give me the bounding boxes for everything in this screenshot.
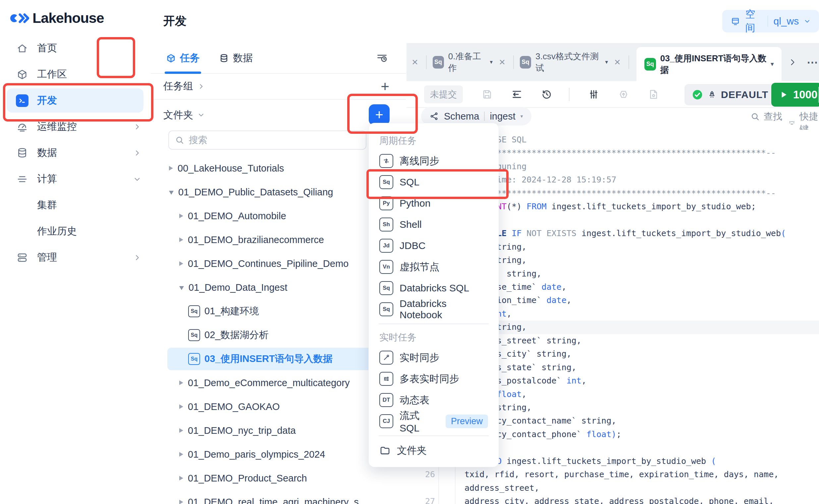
- run-button[interactable]: 1000: [771, 83, 819, 107]
- caret-down-icon[interactable]: ▾: [605, 59, 608, 66]
- caret-right-icon[interactable]: [169, 166, 173, 171]
- tree-item[interactable]: 01_DEMO_real_time_agri_machinery_s: [151, 490, 406, 504]
- sidebar-item-job-history[interactable]: 作业历史: [0, 218, 151, 244]
- tree-search-input[interactable]: 搜索: [168, 130, 366, 150]
- tab-data[interactable]: 数据: [219, 43, 253, 73]
- menu-item-python[interactable]: Py Python: [369, 193, 499, 214]
- menu-item-virtual-node[interactable]: Vn 虚拟节点: [369, 256, 499, 277]
- sidebar-item-label: 工作区: [37, 68, 67, 81]
- add-task-group-button[interactable]: +: [381, 79, 389, 94]
- tree-item[interactable]: 01_DEMO_nyc_trip_data: [151, 419, 406, 442]
- gauge-icon: [15, 121, 29, 133]
- tree-item[interactable]: 01_DEMO_Public_Datasets_Qiliang: [151, 180, 406, 204]
- tree-item[interactable]: 01_Demo_paris_olympics_2024: [151, 442, 406, 466]
- menu-item-label: 离线同步: [399, 154, 439, 168]
- sidebar-item-home[interactable]: 首页: [0, 35, 151, 61]
- caret-right-icon[interactable]: [179, 380, 183, 385]
- caret-down-icon[interactable]: [169, 191, 174, 195]
- multi-table-sync-icon: [379, 372, 393, 386]
- environment-label: DEFAULT: [721, 89, 768, 100]
- caret-right-icon[interactable]: [179, 500, 183, 504]
- workspace-switcher[interactable]: 空间 ql_ws: [722, 10, 819, 32]
- create-task-menu: 周期任务 离线同步 Sq SQL Py Python Sh Shell Jd J…: [368, 123, 499, 467]
- filter-search-icon[interactable]: [375, 52, 388, 65]
- menu-item-sql[interactable]: Sq SQL: [369, 172, 499, 193]
- tree-item-selected[interactable]: Sq03_使用INSERT语句导入数据: [151, 347, 406, 371]
- caret-down-icon[interactable]: ▾: [771, 61, 774, 68]
- tab-scroll-right-icon[interactable]: [788, 58, 797, 67]
- menu-item-label: 实时同步: [399, 351, 439, 365]
- code-line: address_street,: [406, 481, 819, 495]
- menu-item-shell[interactable]: Sh Shell: [369, 214, 499, 235]
- save-icon[interactable]: [482, 89, 493, 100]
- search-placeholder: 搜索: [189, 134, 207, 146]
- editor-tab-active[interactable]: Sq 03_使用INSERT语句导入数据 ▾: [637, 47, 782, 81]
- sidebar-item-label: 计算: [37, 172, 57, 186]
- create-new-button[interactable]: +: [369, 104, 389, 125]
- menu-item-streaming-sql[interactable]: CJ 流式SQL Preview: [369, 411, 499, 432]
- submit-icon[interactable]: [511, 89, 523, 100]
- caret-right-icon[interactable]: [179, 404, 183, 409]
- tree-item[interactable]: 01_Demo_eCommerce_multicategory: [151, 371, 406, 395]
- menu-item-realtime-sync[interactable]: 实时同步: [369, 347, 499, 368]
- chevron-down-icon: [198, 112, 204, 118]
- sidebar-item-data[interactable]: 数据: [0, 140, 151, 166]
- sidebar-item-clusters[interactable]: 集群: [0, 192, 151, 218]
- sliders-icon[interactable]: [588, 89, 599, 100]
- menu-item-dynamic-table[interactable]: DT 动态表: [369, 389, 499, 411]
- tree-item[interactable]: Sq02_数据湖分析: [151, 323, 406, 347]
- app-logo[interactable]: Lakehouse: [10, 10, 104, 26]
- menu-section-header: 实时任务: [369, 328, 499, 347]
- sidebar-item-ops-monitor[interactable]: 运维监控: [0, 114, 151, 140]
- caret-right-icon[interactable]: [179, 237, 183, 242]
- caret-right-icon[interactable]: [179, 214, 183, 218]
- caret-right-icon[interactable]: [179, 261, 183, 266]
- menu-item-jdbc[interactable]: Jd JDBC: [369, 235, 499, 256]
- editor-tab-bar: × Sq 0.准备工作 ▾ × Sq 3.csv格式文件测试 ▾ × Sq 03…: [406, 43, 819, 81]
- tab-overflow-menu-icon[interactable]: ⋯: [807, 56, 819, 69]
- menu-item-databricks-sql[interactable]: Sq Databricks SQL: [369, 277, 499, 299]
- caret-right-icon[interactable]: [179, 428, 183, 433]
- find-button[interactable]: 查找: [750, 110, 782, 123]
- caret-down-icon[interactable]: ▾: [490, 59, 493, 66]
- close-icon[interactable]: ×: [412, 56, 418, 68]
- tree-item[interactable]: Sq01_构建环境: [151, 299, 406, 323]
- divider: [426, 55, 427, 69]
- sidebar-item-label: 开发: [37, 94, 57, 107]
- menu-item-offline-sync[interactable]: 离线同步: [369, 150, 499, 172]
- chevron-down-icon: [133, 176, 141, 183]
- history-icon[interactable]: [541, 89, 552, 100]
- folder-label[interactable]: 文件夹: [163, 108, 204, 122]
- tab-tasks[interactable]: 任务: [166, 43, 200, 73]
- tree-item[interactable]: 00_LakeHouse_Tutorials: [151, 156, 406, 180]
- file-settings-icon[interactable]: [648, 89, 659, 100]
- caret-right-icon[interactable]: [179, 452, 183, 457]
- sidebar-item-workspace[interactable]: 工作区: [0, 61, 151, 87]
- close-icon[interactable]: ×: [499, 56, 505, 68]
- menu-item-folder[interactable]: 文件夹: [369, 440, 499, 461]
- close-icon[interactable]: ×: [614, 56, 621, 68]
- schema-label: Schema: [444, 111, 479, 122]
- sidebar-item-manage[interactable]: 管理: [0, 244, 151, 271]
- publish-icon[interactable]: [618, 89, 629, 100]
- editor-tab[interactable]: Sq 3.csv格式文件测试 ▾ ×: [520, 51, 623, 74]
- search-icon: [175, 135, 184, 145]
- sidebar-item-dev[interactable]: 开发: [0, 87, 151, 114]
- tree-item[interactable]: 01_DEMO_brazilianecommerce: [151, 228, 406, 252]
- caret-down-icon[interactable]: [179, 286, 184, 290]
- menu-item-databricks-notebook[interactable]: Sq Databricks Notebook: [369, 299, 499, 320]
- tree-item[interactable]: 01_DEMO_GAOKAO: [151, 395, 406, 419]
- chevron-right-icon: [133, 123, 141, 130]
- sidebar-item-compute[interactable]: 计算: [0, 166, 151, 192]
- tree-item[interactable]: 01_DEMO_Automobile: [151, 204, 406, 228]
- tree-item[interactable]: 01_DEMO_Continues_Pipiline_Demo: [151, 252, 406, 276]
- divider: [768, 16, 768, 27]
- editor-tab[interactable]: Sq 0.准备工作 ▾ ×: [433, 51, 507, 74]
- caret-right-icon[interactable]: [179, 476, 183, 480]
- menu-item-label: SQL: [399, 176, 420, 188]
- folder-icon: [379, 445, 390, 456]
- tree-item[interactable]: 01_Demo_Data_Ingest: [151, 276, 406, 299]
- search-icon: [750, 112, 760, 121]
- menu-item-multi-table-realtime-sync[interactable]: 多表实时同步: [369, 368, 499, 389]
- tree-item[interactable]: 01_DEMO_Product_Search: [151, 466, 406, 490]
